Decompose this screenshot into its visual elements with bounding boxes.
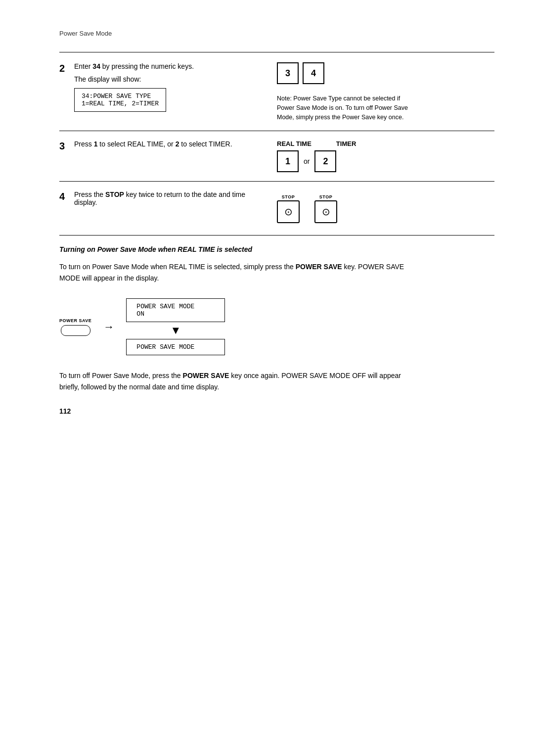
real-time-label: REAL TIME	[277, 140, 312, 147]
step4-number: 4	[59, 191, 65, 202]
step3-block: 3 Press 1 to select REAL TIME, or 2 to s…	[59, 140, 494, 172]
stop-keys-row: STOP ⊙ STOP ⊙	[277, 194, 494, 223]
lcd-line1: 34:POWER SAVE TYPE	[82, 93, 159, 100]
lcd-off-box: POWER SAVE MODE	[126, 339, 225, 355]
key4-button: 4	[303, 62, 324, 84]
step4-block: 4 Press the STOP key twice to return to …	[59, 190, 494, 223]
page-label: Power Save Mode	[59, 30, 494, 37]
key3-button: 3	[277, 62, 299, 84]
closing-text: To turn off Power Save Mode, press the P…	[59, 370, 405, 392]
lcd-off-line1: POWER SAVE MODE	[136, 343, 215, 351]
section-bold1: POWER SAVE	[296, 263, 342, 271]
stop-icon-2: ⊙	[322, 206, 330, 218]
real-timer-labels: REAL TIME TIMER	[277, 140, 356, 147]
power-save-section: Turning on Power Save Mode when REAL TIM…	[59, 245, 494, 392]
power-save-key-area: POWER SAVE	[59, 318, 91, 336]
divider3	[59, 181, 494, 182]
key2-button: 2	[314, 150, 336, 172]
top-divider	[59, 52, 494, 52]
stop-label-2: STOP	[319, 194, 332, 199]
step2-lcd: 34:POWER SAVE TYPE 1=REAL TIME, 2=TIMER	[74, 88, 166, 112]
step2-keys: 3 4	[277, 62, 494, 84]
step2-display-sub: The display will show:	[74, 75, 267, 83]
divider2	[59, 131, 494, 131]
power-diagram: POWER SAVE → POWER SAVE MODE ON ▼ POWER …	[59, 298, 494, 355]
page-number: 112	[59, 407, 494, 415]
step2-block: 2 Enter 34 by pressing the numeric keys.…	[59, 62, 494, 122]
stop-key-1: STOP ⊙	[277, 194, 300, 223]
step3-keys-row: 1 or 2	[277, 150, 336, 172]
step4-text: Press the STOP key twice to return to th…	[74, 190, 267, 206]
step3-visual: REAL TIME TIMER 1 or 2	[277, 140, 494, 172]
arrow-right-icon: →	[103, 321, 114, 333]
timer-label: TIMER	[336, 140, 356, 147]
lcd-line2: 1=REAL TIME, 2=TIMER	[82, 100, 159, 107]
arrow-down-icon: ▼	[170, 322, 181, 339]
step2-number: 2	[59, 63, 65, 74]
step2-bold1: 34	[92, 62, 100, 70]
key1-button: 1	[277, 150, 299, 172]
stop-button-1: ⊙	[277, 200, 300, 223]
stop-key-2: STOP ⊙	[314, 194, 337, 223]
stop-label-1: STOP	[282, 194, 295, 199]
step3-text: Press 1 to select REAL TIME, or 2 to sel…	[74, 140, 267, 148]
lcd-stack: POWER SAVE MODE ON ▼ POWER SAVE MODE	[126, 298, 225, 355]
stop-icon-1: ⊙	[284, 206, 293, 218]
closing-bold: POWER SAVE	[183, 372, 229, 379]
lcd-on-line1: POWER SAVE MODE	[136, 303, 215, 310]
stop-button-2: ⊙	[314, 200, 337, 223]
power-save-key-label: POWER SAVE	[59, 318, 91, 323]
step4-bold: STOP	[105, 190, 124, 198]
step3-number: 3	[59, 141, 65, 151]
step3-bold2: 2	[176, 140, 179, 148]
step2-note: Note: Power Save Type cannot be selected…	[277, 94, 415, 122]
power-save-key	[61, 325, 90, 336]
or-text: or	[304, 157, 310, 165]
lcd-on-box: POWER SAVE MODE ON	[126, 298, 225, 322]
step3-bold1: 1	[94, 140, 98, 148]
lcd-on-line2: ON	[136, 310, 215, 318]
step2-text: Enter 34 by pressing the numeric keys.	[74, 62, 267, 70]
divider4	[59, 235, 494, 236]
section-body: To turn on Power Save Mode when REAL TIM…	[59, 261, 405, 284]
section-heading: Turning on Power Save Mode when REAL TIM…	[59, 245, 494, 253]
